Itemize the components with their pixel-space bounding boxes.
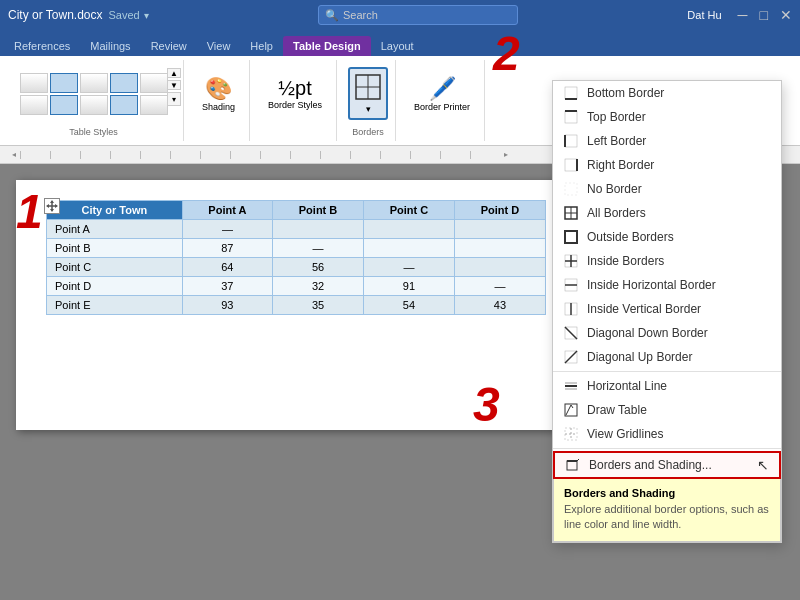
menu-item-left-border[interactable]: Left Border (553, 129, 781, 153)
title-filename: City or Town.docx (8, 8, 102, 22)
table-header-row: City or Town Point A Point B Point C Poi… (47, 201, 546, 220)
borders-icon (354, 73, 382, 101)
inside-h-border-icon (563, 277, 579, 293)
cell-row5-city: Point E (47, 296, 183, 315)
menu-item-diag-up-border[interactable]: Diagonal Up Border (553, 345, 781, 369)
cell-row3-b: 56 (273, 258, 364, 277)
ruler-mark: 2 (140, 151, 170, 159)
menu-item-borders-shading[interactable]: Borders and Shading... ↖ (553, 451, 781, 479)
ruler-mark: 3 (170, 151, 200, 159)
menu-item-outside-borders[interactable]: Outside Borders (553, 225, 781, 249)
menu-item-no-border[interactable]: No Border (553, 177, 781, 201)
inside-v-border-label: Inside Vertical Border (587, 302, 701, 316)
cell-row1-d (454, 220, 545, 239)
menu-tooltip: Borders and Shading Explore additional b… (553, 479, 781, 542)
tab-layout[interactable]: Layout (371, 36, 424, 56)
menu-item-draw-table[interactable]: Draw Table (553, 398, 781, 422)
table-style-9[interactable] (110, 95, 138, 115)
shading-button[interactable]: 🎨 Shading (194, 72, 243, 116)
header-pointa: Point A (182, 201, 272, 220)
minimize-btn[interactable]: ─ (738, 7, 748, 23)
table-style-6[interactable] (20, 95, 48, 115)
table-style-10[interactable] (140, 95, 168, 115)
cell-row4-a: 37 (182, 277, 272, 296)
table-style-2[interactable] (50, 73, 78, 93)
window-controls: ─ □ ✕ (730, 7, 792, 23)
outside-borders-icon (563, 229, 579, 245)
ruler-mark: 8 (320, 151, 350, 159)
no-border-icon (563, 181, 579, 197)
ruler-mark: 5 (230, 151, 260, 159)
menu-item-horiz-line[interactable]: Horizontal Line (553, 374, 781, 398)
tab-view[interactable]: View (197, 36, 241, 56)
borders-button[interactable]: ▾ (348, 67, 388, 120)
shading-icon: 🎨 (205, 76, 232, 102)
diag-down-border-icon (563, 325, 579, 341)
borders-group-label: Borders (352, 127, 384, 137)
tab-table-design[interactable]: Table Design (283, 36, 371, 56)
tab-help[interactable]: Help (240, 36, 283, 56)
border-printer-button[interactable]: 🖊️ Border Printer (406, 72, 478, 116)
outside-borders-label: Outside Borders (587, 230, 674, 244)
distance-table: City or Town Point A Point B Point C Poi… (46, 200, 546, 315)
menu-item-top-border[interactable]: Top Border (553, 105, 781, 129)
cell-row2-c (364, 239, 455, 258)
table-style-5[interactable] (140, 73, 168, 93)
cell-row3-a: 64 (182, 258, 272, 277)
ribbon-group-borders: ▾ Borders (341, 60, 396, 141)
styles-more[interactable]: ▾ (167, 92, 181, 106)
ribbon-tab-bar: References Mailings Review View Help Tab… (0, 30, 800, 56)
menu-item-inside-v-border[interactable]: Inside Vertical Border (553, 297, 781, 321)
search-box[interactable]: 🔍 Search (318, 5, 518, 25)
menu-item-view-gridlines[interactable]: View Gridlines (553, 422, 781, 446)
table-style-3[interactable] (80, 73, 108, 93)
ruler-mark: 11 (410, 151, 440, 159)
tab-mailings[interactable]: Mailings (80, 36, 140, 56)
menu-item-diag-down-border[interactable]: Diagonal Down Border (553, 321, 781, 345)
table-style-1[interactable] (20, 73, 48, 93)
tab-review[interactable]: Review (141, 36, 197, 56)
menu-item-inside-borders[interactable]: Inside Borders (553, 249, 781, 273)
table-row: Point C 64 56 — (47, 258, 546, 277)
ribbon-group-border-styles: ½pt Border Styles (254, 60, 337, 141)
table-move-handle[interactable] (44, 198, 60, 214)
right-border-icon (563, 157, 579, 173)
header-city: City or Town (47, 201, 183, 220)
left-border-icon (563, 133, 579, 149)
search-icon: 🔍 (325, 9, 339, 22)
all-borders-label: All Borders (587, 206, 646, 220)
inside-v-border-icon (563, 301, 579, 317)
menu-item-inside-h-border[interactable]: Inside Horizontal Border (553, 273, 781, 297)
borders-dropdown-label[interactable]: ▾ (354, 104, 382, 114)
styles-scroll-down[interactable]: ▼ (167, 80, 181, 90)
cell-row2-d (454, 239, 545, 258)
menu-item-right-border[interactable]: Right Border (553, 153, 781, 177)
ruler-mark: -1 (50, 151, 80, 159)
svg-line-32 (565, 351, 577, 363)
table-style-4[interactable] (110, 73, 138, 93)
cell-row4-c: 91 (364, 277, 455, 296)
cell-row4-d: — (454, 277, 545, 296)
cell-row1-city: Point A (47, 220, 183, 239)
table-style-7[interactable] (50, 95, 78, 115)
menu-item-all-borders[interactable]: All Borders (553, 201, 781, 225)
table-style-8[interactable] (80, 95, 108, 115)
maximize-btn[interactable]: □ (760, 7, 768, 23)
menu-item-bottom-border[interactable]: Bottom Border (553, 81, 781, 105)
ribbon-group-table-styles: ▲ ▼ ▾ Table Styles (4, 60, 184, 141)
cursor-indicator: ↖ (757, 457, 769, 473)
no-border-label: No Border (587, 182, 642, 196)
close-btn[interactable]: ✕ (780, 7, 792, 23)
styles-scroll-up[interactable]: ▲ (167, 68, 181, 78)
cell-row3-c: — (364, 258, 455, 277)
svg-line-30 (565, 327, 577, 339)
table-styles-label: Table Styles (69, 127, 118, 137)
borders-shading-icon (565, 457, 581, 473)
table-styles-grid (20, 73, 168, 115)
tooltip-description: Explore additional border options, such … (564, 502, 770, 533)
tab-references[interactable]: References (4, 36, 80, 56)
svg-marker-8 (55, 204, 58, 208)
inside-borders-icon (563, 253, 579, 269)
all-borders-icon (563, 205, 579, 221)
border-styles-button[interactable]: ½pt Border Styles (260, 73, 330, 114)
